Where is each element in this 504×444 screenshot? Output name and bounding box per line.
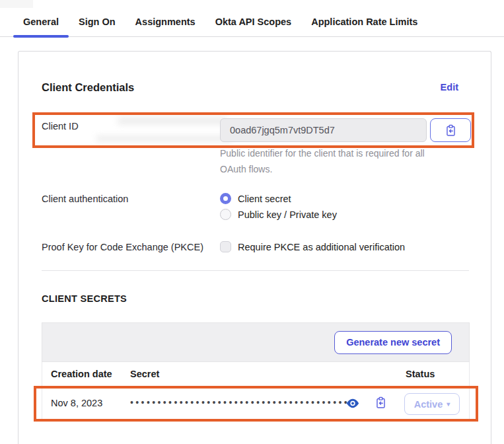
section-divider	[42, 270, 469, 271]
client-id-field[interactable]: 0oad67jgq5m7vt9DT5d7	[220, 118, 427, 142]
radio-public-private-key-label[interactable]: Public key / Private key	[238, 209, 337, 220]
radio-client-secret-label[interactable]: Client secret	[238, 194, 291, 204]
client-credentials-card: Client Credentials Edit Client ID 0oad67…	[18, 51, 491, 444]
tab-sign-on[interactable]: Sign On	[69, 17, 126, 36]
pkce-checkbox[interactable]	[220, 241, 231, 252]
client-secrets-toolbar: Generate new secret	[42, 322, 470, 362]
client-authentication-label: Client authentication	[42, 194, 128, 204]
secret-table-row: Nov 8, 2023 ••••••••••••••••••••••••••••…	[42, 387, 470, 420]
radio-client-secret[interactable]	[220, 193, 231, 204]
column-header-creation-date: Creation date	[51, 369, 112, 379]
pkce-label: Proof Key for Code Exchange (PKCE)	[42, 242, 203, 252]
client-id-help-text: Public identifier for the client that is…	[220, 145, 452, 177]
status-label: Active	[414, 399, 443, 410]
secrets-table-header: Creation date Secret Status	[42, 362, 470, 387]
secret-masked-value: ••••••••••••••••••••••••••••••••••••••••	[130, 397, 351, 408]
clipboard-copy-icon	[445, 124, 457, 137]
generate-new-secret-button[interactable]: Generate new secret	[334, 331, 452, 354]
client-id-label: Client ID	[42, 121, 79, 131]
caret-down-icon: ▾	[447, 400, 450, 408]
section-title-client-secrets: CLIENT SECRETS	[42, 293, 127, 304]
status-dropdown-button[interactable]: Active ▾	[404, 393, 460, 415]
copy-secret-button[interactable]	[375, 396, 388, 410]
column-header-status: Status	[406, 369, 435, 379]
tab-okta-api-scopes[interactable]: Okta API Scopes	[205, 17, 302, 36]
edit-link[interactable]: Edit	[441, 82, 458, 92]
tab-assignments[interactable]: Assignments	[126, 17, 205, 36]
copy-client-id-button[interactable]	[430, 118, 471, 142]
app-tab-bar: General Sign On Assignments Okta API Sco…	[0, 0, 504, 37]
column-header-secret: Secret	[130, 369, 159, 379]
tab-application-rate-limits[interactable]: Application Rate Limits	[301, 17, 427, 36]
pkce-checkbox-label[interactable]: Require PKCE as additional verification	[238, 242, 405, 252]
tab-general[interactable]: General	[13, 17, 69, 36]
blurred-artifact	[96, 135, 232, 142]
secret-creation-date: Nov 8, 2023	[51, 398, 102, 408]
blurred-artifact	[118, 117, 227, 125]
radio-public-private-key[interactable]	[220, 209, 231, 220]
eye-icon[interactable]	[346, 398, 359, 409]
section-title-client-credentials: Client Credentials	[42, 81, 134, 94]
